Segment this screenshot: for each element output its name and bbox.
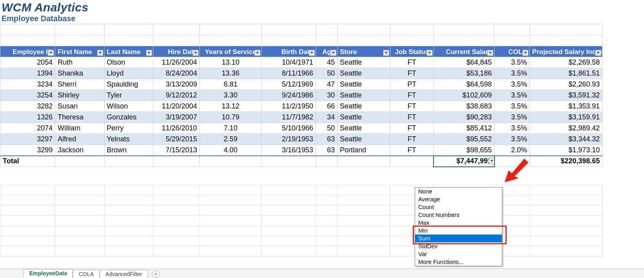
table-row[interactable]: 1326TheresaGonzales3/19/200710.7911/7/19… [0, 112, 603, 123]
column-header-hire[interactable]: Hire Date [153, 46, 200, 57]
column-header-yos[interactable]: Years of Service [200, 46, 262, 57]
cell-jobstatus[interactable]: FT [390, 68, 434, 79]
filter-dropdown-icon[interactable] [487, 50, 493, 56]
cell-birth[interactable]: 8/11/1966 [262, 68, 316, 79]
cell-psi[interactable]: $1,973.10 [530, 145, 603, 156]
cell-birth[interactable]: 11/7/1982 [262, 112, 316, 123]
dropdown-item-average[interactable]: Average [415, 195, 502, 203]
table-row[interactable]: 3234SherriSpaulding3/13/20096.815/12/196… [0, 79, 603, 90]
filter-dropdown-icon[interactable] [522, 50, 529, 56]
cell-psi[interactable]: $1,353.91 [530, 101, 603, 112]
cell-birth[interactable]: 5/10/1966 [262, 123, 316, 134]
cell-age[interactable]: 34 [316, 112, 337, 123]
column-header-birth[interactable]: Birth Date [262, 46, 316, 57]
cell-last[interactable]: Olson [104, 57, 153, 68]
column-header-store[interactable]: Store [337, 46, 390, 57]
cell-yos[interactable]: 2.59 [200, 134, 262, 145]
table-row[interactable]: 3299JacksonBrown7/15/20134.003/16/195363… [0, 145, 603, 156]
column-header-jobstatus[interactable]: Job Status [390, 46, 434, 57]
cell-hire[interactable]: 3/13/2009 [153, 79, 200, 90]
cell-cola[interactable]: 3.5% [495, 123, 530, 134]
cell-cola[interactable]: 3.5% [495, 134, 530, 145]
cell-age[interactable]: 30 [316, 90, 337, 101]
cell-first[interactable]: Ruth [55, 57, 104, 68]
cell-jobstatus[interactable]: FT [390, 145, 434, 156]
cell-salary[interactable]: $64,845 [434, 57, 495, 68]
dropdown-item-stddev[interactable]: StdDev [415, 242, 502, 250]
filter-dropdown-icon[interactable] [595, 50, 601, 56]
column-header-psi[interactable]: Projected Salary Increase [530, 46, 603, 57]
cell-birth[interactable]: 5/12/1969 [262, 79, 316, 90]
cell-hire[interactable]: 7/15/2013 [153, 145, 200, 156]
cell-birth[interactable]: 10/4/1971 [262, 57, 316, 68]
cell-cola[interactable]: 3.5% [495, 112, 530, 123]
cell-last[interactable]: Gonzales [104, 112, 153, 123]
cell-emp_id[interactable]: 3254 [0, 90, 55, 101]
column-header-first[interactable]: First Name [55, 46, 104, 57]
dropdown-item-min[interactable]: Min [415, 227, 502, 235]
cell-first[interactable]: Sherri [55, 79, 104, 90]
cell-jobstatus[interactable]: FT [390, 101, 434, 112]
cell-psi[interactable]: $3,591.32 [530, 90, 603, 101]
cell-age[interactable]: 50 [316, 123, 337, 134]
cell-last[interactable]: Spaulding [104, 79, 153, 90]
aggregate-function-dropdown[interactable]: NoneAverageCountCount NumbersMaxMinSumSt… [415, 187, 502, 266]
cell-salary[interactable]: $95,552 [434, 134, 495, 145]
cell-jobstatus[interactable]: FT [390, 112, 434, 123]
cell-yos[interactable]: 7.10 [200, 123, 262, 134]
cell-psi[interactable]: $1,861.51 [530, 68, 603, 79]
cell-birth[interactable]: 9/24/1986 [262, 90, 316, 101]
column-header-last[interactable]: Last Name [104, 46, 153, 57]
total-salary-cell[interactable]: $7,447,991 [434, 156, 495, 167]
cell-yos[interactable]: 3.30 [200, 90, 262, 101]
cell-store[interactable]: Seattle [337, 123, 390, 134]
cell-yos[interactable]: 10.79 [200, 112, 262, 123]
cell-last[interactable]: Wilson [104, 101, 153, 112]
cell-psi[interactable]: $3,159.91 [530, 112, 603, 123]
filter-dropdown-icon[interactable] [383, 50, 389, 56]
cell-jobstatus[interactable]: FT [390, 123, 434, 134]
dropdown-item-var[interactable]: Var [415, 250, 502, 258]
cell-emp_id[interactable]: 3299 [0, 145, 55, 156]
dropdown-item-none[interactable]: None [415, 188, 502, 195]
cell-yos[interactable]: 13.36 [200, 68, 262, 79]
filter-dropdown-icon[interactable] [97, 50, 103, 56]
cell-birth[interactable]: 11/2/1950 [262, 101, 316, 112]
cell-jobstatus[interactable]: FT [390, 90, 434, 101]
cell-age[interactable]: 50 [316, 68, 337, 79]
cell-birth[interactable]: 2/19/1953 [262, 134, 316, 145]
filter-dropdown-icon[interactable] [309, 50, 315, 56]
cell-yos[interactable]: 6.81 [200, 79, 262, 90]
cell-last[interactable]: Perry [104, 123, 153, 134]
cell-store[interactable]: Seattle [337, 79, 390, 90]
cell-age[interactable]: 63 [316, 134, 337, 145]
cell-first[interactable]: Shanika [55, 68, 104, 79]
cell-first[interactable]: Susan [55, 101, 104, 112]
cell-salary[interactable]: $98,655 [434, 145, 495, 156]
table-row[interactable]: 3282SusanWilson11/20/200413.1211/2/19506… [0, 101, 603, 112]
cell-cola[interactable]: 3.5% [495, 68, 530, 79]
cell-jobstatus[interactable]: PT [390, 79, 434, 90]
cell-hire[interactable]: 3/19/2007 [153, 112, 200, 123]
dropdown-item-count-numbers[interactable]: Count Numbers [415, 211, 502, 219]
cell-emp_id[interactable]: 1394 [0, 68, 55, 79]
cell-hire[interactable]: 11/20/2004 [153, 101, 200, 112]
cell-cola[interactable]: 2.0% [495, 145, 530, 156]
cell-age[interactable]: 63 [316, 145, 337, 156]
dropdown-item-max[interactable]: Max [415, 219, 502, 227]
cell-last[interactable]: Brown [104, 145, 153, 156]
cell-jobstatus[interactable]: FT [390, 134, 434, 145]
table-row[interactable]: 3297AlfredYelnats5/29/20152.592/19/19536… [0, 134, 603, 145]
table-row[interactable]: 3254ShirleyTyler9/12/20123.309/24/198630… [0, 90, 603, 101]
sheet-tab-cola[interactable]: COLA [73, 270, 99, 278]
cell-salary[interactable]: $90,283 [434, 112, 495, 123]
cell-yos[interactable]: 4.00 [200, 145, 262, 156]
cell-hire[interactable]: 8/24/2004 [153, 68, 200, 79]
cell-salary[interactable]: $102,609 [434, 90, 495, 101]
cell-first[interactable]: William [55, 123, 104, 134]
cell-first[interactable]: Shirley [55, 90, 104, 101]
filter-dropdown-icon[interactable] [254, 50, 261, 56]
cell-hire[interactable]: 11/26/2010 [153, 123, 200, 134]
cell-yos[interactable]: 13.10 [200, 57, 262, 68]
cell-emp_id[interactable]: 2054 [0, 57, 55, 68]
